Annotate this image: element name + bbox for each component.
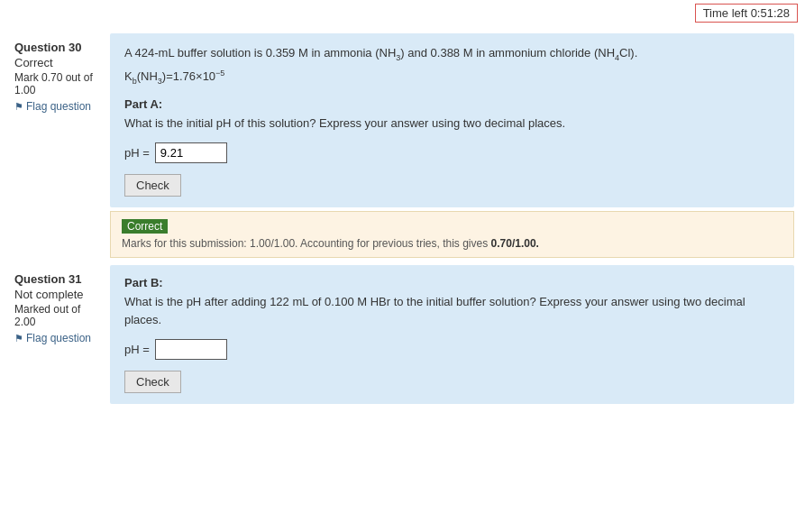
feedback-text: Marks for this submission: 1.00/1.00. Ac…: [122, 237, 782, 250]
flag-icon: ⚑: [14, 101, 23, 113]
question-30-title: Question 30: [14, 41, 103, 54]
flag-question-31[interactable]: ⚑ Flag question: [14, 332, 103, 344]
q31-ph-input[interactable]: [155, 339, 227, 360]
q30-text1: A 424-mL buffer solution is 0.359 M in a…: [124, 46, 637, 60]
timer-value: 0:51:28: [751, 6, 790, 20]
q30-ph-row: pH =: [124, 142, 780, 163]
feedback-text-regular: Marks for this submission: 1.00/1.00. Ac…: [122, 237, 491, 250]
timer-display: Time left 0:51:28: [695, 4, 798, 23]
page-content: Question 30 Correct Mark 0.70 out of 1.0…: [0, 26, 805, 415]
question-30-mark: Mark 0.70 out of 1.00: [14, 71, 103, 96]
question-31-title: Question 31: [14, 272, 103, 286]
timer-label: Time left: [703, 6, 747, 20]
question-31-block: Question 31 Not complete Marked out of 2…: [11, 265, 794, 404]
timer-bar: Time left 0:51:28: [0, 0, 805, 26]
question-30-main: A 424-mL buffer solution is 0.359 M in a…: [110, 33, 794, 207]
q31-partB-question: What is the pH after adding 122 mL of 0.…: [124, 293, 780, 328]
flag-label-30: Flag question: [26, 100, 91, 113]
q30-check-button[interactable]: Check: [124, 174, 181, 197]
question-31-status: Not complete: [14, 288, 103, 301]
q31-check-button[interactable]: Check: [124, 371, 181, 393]
q30-title-text: Question 30: [14, 41, 81, 54]
q31-ph-row: pH =: [124, 339, 780, 360]
flag-icon-31: ⚑: [14, 333, 23, 344]
question-30-sidebar: Question 30 Correct Mark 0.70 out of 1.0…: [11, 33, 110, 207]
flag-label-31: Flag question: [26, 332, 91, 344]
q30-ph-input[interactable]: [155, 142, 227, 163]
q31-title-text: Question 31: [14, 272, 81, 286]
question-31-sidebar: Question 31 Not complete Marked out of 2…: [11, 265, 110, 404]
q31-partB-label: Part B:: [124, 276, 780, 289]
question-30-status: Correct: [14, 56, 103, 69]
q31-ph-label: pH =: [124, 343, 150, 356]
question-31-main: Part B: What is the pH after adding 122 …: [110, 265, 794, 404]
q30-kb-line: Kb(NH3)=1.76×10−5: [124, 68, 780, 87]
question-30-block: Question 30 Correct Mark 0.70 out of 1.0…: [11, 33, 794, 207]
feedback-block: Correct Marks for this submission: 1.00/…: [110, 211, 794, 258]
q30-partA-label: Part A:: [124, 97, 780, 111]
q30-partA-question: What is the initial pH of this solution?…: [124, 115, 780, 133]
q30-ph-label: pH =: [124, 146, 150, 160]
correct-badge: Correct: [122, 219, 168, 234]
question-30-text: A 424-mL buffer solution is 0.359 M in a…: [124, 44, 780, 88]
flag-question-30[interactable]: ⚑ Flag question: [14, 100, 103, 113]
question-31-mark: Marked out of 2.00: [14, 303, 103, 328]
feedback-text-bold: 0.70/1.00.: [491, 237, 539, 250]
